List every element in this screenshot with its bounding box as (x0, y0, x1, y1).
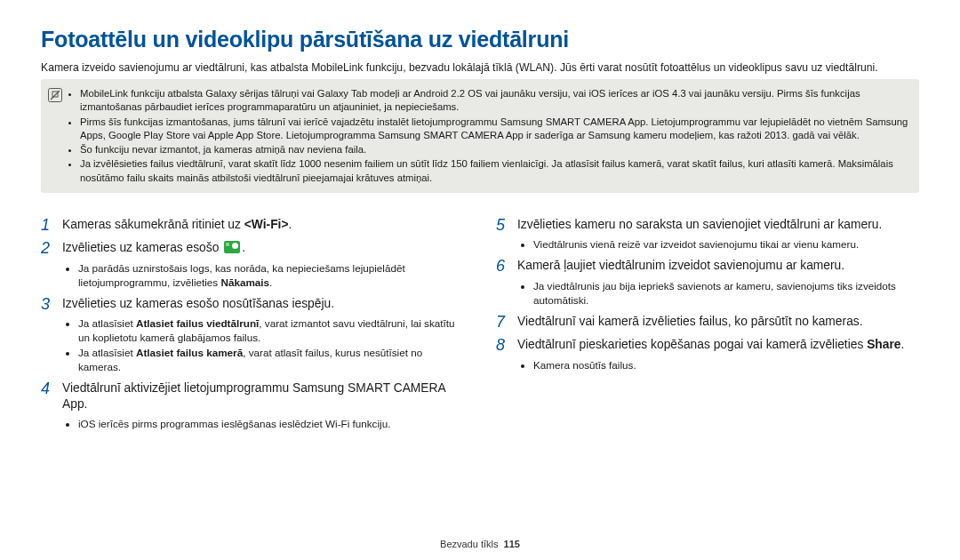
step-number: 4 (41, 380, 55, 398)
step-3: 3 Izvēlieties uz kameras esošo nosūtīšan… (41, 295, 464, 314)
step-number: 3 (41, 295, 55, 314)
step-6-sub: Ja viedtālrunis jau bija iepriekš savien… (523, 279, 919, 308)
step-number: 1 (41, 216, 55, 235)
bold: Nākamais (220, 276, 269, 288)
note-list: MobileLink funkciju atbalsta Galaxy sēri… (69, 86, 910, 186)
step-1: 1 Kameras sākumekrānā ritiniet uz <Wi-Fi… (41, 216, 464, 235)
step-6: 6 Kamerā ļaujiet viedtālrunim izveidot s… (496, 257, 919, 276)
step-text: Kameras sākumekrānā ritiniet uz <Wi-Fi>. (62, 216, 292, 234)
text: Viedtālrunī pieskarieties kopēšanas poga… (517, 338, 867, 351)
footer-section: Bezvadu tīkls (440, 539, 498, 549)
step-8-sub: Kamera nosūtīs failus. (523, 358, 919, 372)
step-number: 2 (41, 239, 55, 258)
bold: Atlasiet failus viedtālrunī (136, 317, 259, 329)
list-item: Kamera nosūtīs failus. (533, 358, 919, 372)
text: Ja atlasīsiet (78, 317, 136, 329)
step-7: 7 Viedtālrunī vai kamerā izvēlieties fai… (496, 313, 919, 332)
svg-rect-2 (52, 92, 58, 97)
note-item: Ja izvēlēsieties failus viedtālrunī, var… (80, 157, 910, 185)
step-5: 5 Izvēlieties kameru no saraksta un savi… (496, 216, 919, 235)
text: Kameras sākumekrānā ritiniet uz (62, 218, 244, 231)
note-item: Pirms šīs funkcijas izmantošanas, jums t… (80, 116, 910, 143)
step-5-sub: Viedtālrunis vienā reizē var izveidot sa… (523, 237, 919, 252)
page-title: Fotoattēlu un videoklipu pārsūtīšana uz … (41, 27, 919, 52)
list-item: Ja parādās uznirstošais logs, kas norāda… (78, 261, 464, 290)
text: Ja atlasīsiet (78, 347, 136, 358)
share-label: Share (867, 338, 900, 351)
step-8: 8 Viedtālrunī pieskarieties kopēšanas po… (496, 336, 919, 355)
right-column: 5 Izvēlieties kameru no saraksta un savi… (496, 211, 919, 436)
list-item: Ja atlasīsiet Atlasiet failus kamerā, va… (78, 346, 464, 374)
left-column: 1 Kameras sākumekrānā ritiniet uz <Wi-Fi… (41, 211, 464, 436)
page-number: 115 (504, 539, 520, 549)
step-text: Viedtālrunī pieskarieties kopēšanas poga… (517, 336, 904, 354)
step-number: 8 (496, 336, 510, 355)
step-number: 7 (496, 313, 510, 332)
note-box: MobileLink funkciju atbalsta Galaxy sēri… (41, 79, 919, 193)
intro-text: Kamera izveido savienojumu ar viedtālrun… (41, 61, 919, 74)
step-3-sub: Ja atlasīsiet Atlasiet failus viedtālrun… (68, 316, 464, 373)
step-number: 5 (496, 216, 510, 235)
step-text: Izvēlieties kameru no saraksta un savien… (517, 216, 882, 234)
step-2: 2 Izvēlieties uz kameras esošo . (41, 239, 464, 258)
text: . (288, 218, 292, 231)
step-text: Viedtālrunī vai kamerā izvēlieties failu… (517, 313, 863, 331)
step-4: 4 Viedtālrunī aktivizējiet lietojumprogr… (41, 380, 464, 413)
step-number: 6 (496, 257, 510, 276)
note-item: Šo funkciju nevar izmantot, ja kameras a… (80, 143, 910, 156)
step-text: Viedtālrunī aktivizējiet lietojumprogram… (62, 380, 464, 413)
list-item: Ja atlasīsiet Atlasiet failus viedtālrun… (78, 316, 464, 345)
bold: Atlasiet failus kamerā (136, 347, 243, 358)
document-page: Fotoattēlu un videoklipu pārsūtīšana uz … (0, 0, 960, 560)
text: . (901, 338, 905, 351)
footer: Bezvadu tīkls 115 (0, 539, 960, 549)
text: . (242, 241, 245, 254)
list-item: Viedtālrunis vienā reizē var izveidot sa… (533, 237, 919, 252)
step-text: Kamerā ļaujiet viedtālrunim izveidot sav… (517, 257, 844, 275)
mobilelink-icon (224, 241, 240, 253)
step-text: Izvēlieties uz kameras esošo . (62, 239, 245, 257)
list-item: iOS ierīcēs pirms programmas ieslēgšanas… (78, 417, 464, 431)
list-item: Ja viedtālrunis jau bija iepriekš savien… (533, 279, 919, 308)
step-4-sub: iOS ierīcēs pirms programmas ieslēgšanas… (68, 417, 464, 431)
wifi-label: <Wi-Fi> (244, 218, 289, 231)
step-2-sub: Ja parādās uznirstošais logs, kas norāda… (68, 261, 464, 290)
text: Izvēlieties uz kameras esošo (62, 241, 222, 254)
step-text: Izvēlieties uz kameras esošo nosūtīšanas… (62, 295, 334, 313)
info-icon (48, 88, 62, 102)
text: . (269, 276, 272, 288)
steps-columns: 1 Kameras sākumekrānā ritiniet uz <Wi-Fi… (41, 211, 919, 436)
note-item: MobileLink funkciju atbalsta Galaxy sēri… (80, 87, 910, 115)
